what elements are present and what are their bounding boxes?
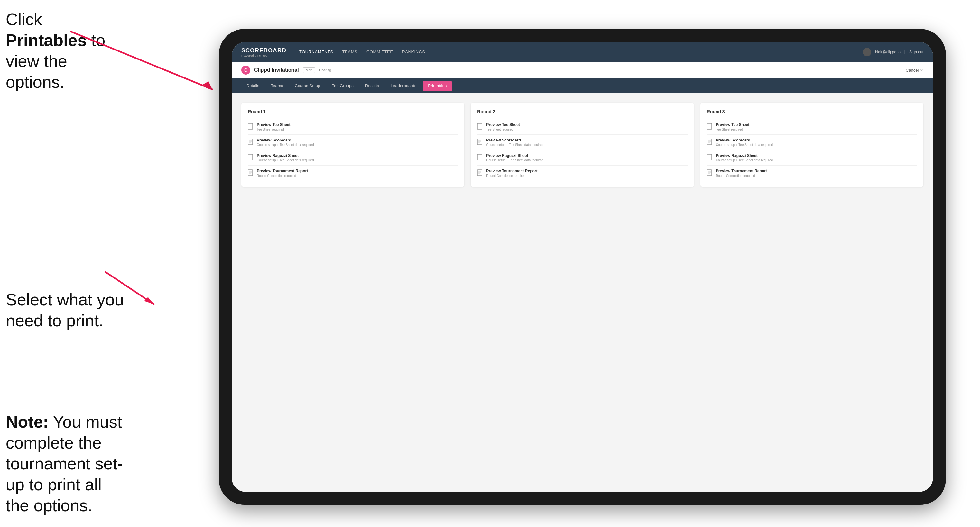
tournament-bar: C Clippd Invitational Men Hosting Cancel… (232, 62, 933, 78)
round-2-tee-sheet-subtitle: Tee Sheet required (486, 128, 520, 131)
tab-leaderboards[interactable]: Leaderboards (385, 81, 422, 90)
svg-rect-16 (248, 170, 253, 176)
round-1-raguzzi-subtitle: Course setup + Tee Sheet data required (257, 159, 314, 162)
round-1-section: Round 1 Preview Tee Sheet Tee Sheet requ… (241, 103, 464, 187)
round-1-scorecard-subtitle: Course setup + Tee Sheet data required (257, 143, 314, 147)
round-3-tournament-report[interactable]: Preview Tournament Report Round Completi… (707, 166, 917, 181)
document-icon (477, 170, 483, 176)
round-1-tournament-report[interactable]: Preview Tournament Report Round Completi… (248, 166, 458, 181)
svg-rect-40 (707, 139, 712, 145)
document-icon (248, 123, 253, 130)
arrow-to-printables (68, 28, 228, 99)
sign-out-link[interactable]: Sign out (909, 50, 923, 54)
document-icon (707, 170, 713, 176)
tournament-division: Men (303, 67, 315, 73)
round-1-raguzzi[interactable]: Preview Raguzzi Sheet Course setup + Tee… (248, 150, 458, 166)
round-2-scorecard-subtitle: Course setup + Tee Sheet data required (486, 143, 543, 147)
round-2-report-title: Preview Tournament Report (486, 169, 537, 173)
cancel-button[interactable]: Cancel ✕ (906, 68, 923, 73)
tab-results[interactable]: Results (360, 81, 384, 90)
svg-rect-12 (248, 154, 253, 160)
logo-title: SCOREBOARD (241, 47, 286, 54)
tablet-screen: SCOREBOARD Powered by clippd TOURNAMENTS… (232, 42, 933, 492)
document-icon (248, 154, 253, 161)
round-1-title: Round 1 (248, 109, 458, 114)
arrow-to-raguzzi (102, 269, 167, 314)
document-icon (477, 138, 483, 146)
app-logo: SCOREBOARD Powered by clippd (241, 47, 286, 57)
svg-rect-32 (477, 170, 482, 176)
round-1-report-content: Preview Tournament Report Round Completi… (257, 169, 308, 178)
tab-printables[interactable]: Printables (423, 81, 452, 90)
round-2-raguzzi[interactable]: Preview Raguzzi Sheet Course setup + Tee… (477, 150, 687, 166)
sub-nav: Details Teams Course Setup Tee Groups Re… (232, 78, 933, 93)
tablet-frame: SCOREBOARD Powered by clippd TOURNAMENTS… (219, 29, 946, 505)
round-3-scorecard-subtitle: Course setup + Tee Sheet data required (716, 143, 773, 147)
round-2-tournament-report[interactable]: Preview Tournament Report Round Completi… (477, 166, 687, 181)
round-3-scorecard-title: Preview Scorecard (716, 138, 773, 143)
round-2-tee-sheet[interactable]: Preview Tee Sheet Tee Sheet required (477, 119, 687, 135)
tab-tee-groups[interactable]: Tee Groups (327, 81, 359, 90)
document-icon (248, 170, 253, 176)
round-1-tee-sheet-content: Preview Tee Sheet Tee Sheet required (257, 122, 291, 131)
user-email: blair@clippd.io (875, 50, 900, 54)
round-2-tee-sheet-content: Preview Tee Sheet Tee Sheet required (486, 122, 520, 131)
round-1-report-subtitle: Round Completion required (257, 174, 308, 178)
round-3-raguzzi[interactable]: Preview Raguzzi Sheet Course setup + Tee… (707, 150, 917, 166)
round-3-report-subtitle: Round Completion required (716, 174, 767, 178)
tab-teams[interactable]: Teams (266, 81, 288, 90)
round-3-tee-sheet[interactable]: Preview Tee Sheet Tee Sheet required (707, 119, 917, 135)
round-3-raguzzi-title: Preview Raguzzi Sheet (716, 153, 773, 158)
round-3-tee-sheet-subtitle: Tee Sheet required (716, 128, 749, 131)
round-3-report-title: Preview Tournament Report (716, 169, 767, 173)
round-2-scorecard-title: Preview Scorecard (486, 138, 543, 143)
tab-details[interactable]: Details (241, 81, 264, 90)
document-icon (477, 123, 483, 130)
nav-committee[interactable]: COMMITTEE (366, 48, 393, 56)
tab-course-setup[interactable]: Course Setup (290, 81, 326, 90)
round-2-title: Round 2 (477, 109, 687, 114)
round-2-report-content: Preview Tournament Report Round Completi… (486, 169, 537, 178)
round-2-scorecard[interactable]: Preview Scorecard Course setup + Tee She… (477, 135, 687, 150)
svg-rect-44 (707, 154, 712, 160)
round-3-raguzzi-content: Preview Raguzzi Sheet Course setup + Tee… (716, 153, 773, 162)
svg-rect-20 (477, 124, 482, 129)
tournament-logo: C (241, 66, 250, 75)
round-3-scorecard-content: Preview Scorecard Course setup + Tee She… (716, 138, 773, 147)
document-icon (477, 154, 483, 161)
document-icon (707, 138, 713, 146)
svg-rect-36 (707, 124, 712, 129)
round-3-tee-sheet-title: Preview Tee Sheet (716, 122, 749, 127)
main-content: Round 1 Preview Tee Sheet Tee Sheet requ… (232, 93, 933, 197)
round-2-report-subtitle: Round Completion required (486, 174, 537, 178)
round-1-scorecard-title: Preview Scorecard (257, 138, 314, 143)
round-3-title: Round 3 (707, 109, 917, 114)
separator: | (904, 50, 905, 54)
round-3-tee-sheet-content: Preview Tee Sheet Tee Sheet required (716, 122, 749, 131)
svg-rect-28 (477, 154, 482, 160)
svg-rect-4 (248, 124, 253, 129)
round-3-scorecard[interactable]: Preview Scorecard Course setup + Tee She… (707, 135, 917, 150)
round-1-tee-sheet-subtitle: Tee Sheet required (257, 128, 291, 131)
round-3-report-content: Preview Tournament Report Round Completi… (716, 169, 767, 178)
svg-rect-24 (477, 139, 482, 145)
round-1-tee-sheet[interactable]: Preview Tee Sheet Tee Sheet required (248, 119, 458, 135)
svg-line-0 (71, 32, 212, 89)
nav-teams[interactable]: TEAMS (342, 48, 358, 56)
round-1-raguzzi-title: Preview Raguzzi Sheet (257, 153, 314, 158)
note-bold: Note: (6, 413, 49, 431)
nav-tournaments[interactable]: TOURNAMENTS (299, 48, 333, 56)
tournament-info: C Clippd Invitational Men Hosting (241, 66, 331, 75)
tournament-status: Hosting (319, 68, 331, 72)
round-2-tee-sheet-title: Preview Tee Sheet (486, 122, 520, 127)
nav-rankings[interactable]: RANKINGS (402, 48, 425, 56)
round-2-raguzzi-subtitle: Course setup + Tee Sheet data required (486, 159, 543, 162)
document-icon (707, 154, 713, 161)
round-1-scorecard-content: Preview Scorecard Course setup + Tee She… (257, 138, 314, 147)
document-icon (248, 138, 253, 146)
round-2-section: Round 2 Preview Tee Sheet Tee Sheet requ… (471, 103, 694, 187)
round-1-report-title: Preview Tournament Report (257, 169, 308, 173)
round-2-scorecard-content: Preview Scorecard Course setup + Tee She… (486, 138, 543, 147)
svg-rect-8 (248, 139, 253, 145)
round-1-scorecard[interactable]: Preview Scorecard Course setup + Tee She… (248, 135, 458, 150)
